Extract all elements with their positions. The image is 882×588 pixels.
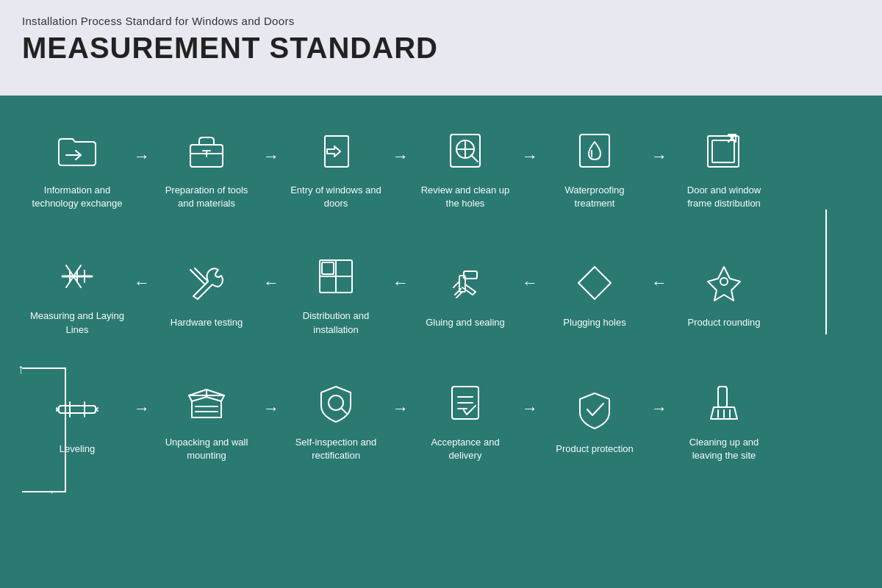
- arrow2: →: [263, 147, 279, 188]
- arrow-r3-5: →: [651, 399, 667, 440]
- step-cleaning: Cleaning up and leaving the site: [669, 377, 779, 462]
- arrow-r3-3: →: [392, 399, 409, 440]
- svg-rect-29: [322, 262, 334, 274]
- step-label: Distribution and installation: [288, 309, 384, 336]
- step-unpacking: Unpacking and wall mounting: [151, 377, 262, 462]
- step-label: Product protection: [556, 442, 634, 456]
- step-label: Door and window frame distribution: [676, 184, 772, 210]
- door-window-frame-icon: [698, 125, 750, 176]
- step-measuring: Measuring and Laying Lines: [22, 251, 132, 336]
- product-protection-icon: [569, 384, 620, 435]
- step-label: Entry of windows and doors: [288, 184, 384, 210]
- arrow1: →: [134, 147, 150, 188]
- step-label: Review and clean up the holes: [417, 184, 513, 210]
- step-label: Hardware testing: [171, 316, 243, 329]
- step-plugging: Plugging holes: [539, 257, 650, 329]
- step-gluing: Gluing and sealing: [410, 257, 520, 329]
- connector-arrow-up: ↑: [18, 362, 24, 377]
- svg-rect-14: [712, 140, 734, 162]
- svg-point-37: [720, 278, 728, 285]
- step-label: Measuring and Laying Lines: [29, 309, 125, 336]
- step-label: Waterproofing treatment: [547, 184, 642, 210]
- step-label: Gluing and sealing: [426, 316, 505, 329]
- svg-marker-36: [708, 267, 740, 301]
- step-review-holes: Review and clean up the holes: [410, 125, 520, 210]
- arrow-r3-1: →: [134, 399, 150, 440]
- step-label: Plugging holes: [563, 316, 625, 329]
- step-waterproofing: Waterproofing treatment: [539, 125, 650, 210]
- svg-rect-5: [325, 136, 348, 167]
- plugging-icon: [569, 257, 620, 309]
- measuring-icon: [51, 251, 103, 302]
- step-acceptance: Acceptance and delivery: [410, 377, 520, 462]
- connector-right-v: [825, 209, 827, 334]
- step-label: Acceptance and delivery: [417, 436, 513, 462]
- step-product-rounding: Product rounding: [669, 257, 779, 329]
- arrow-left4: ←: [522, 273, 538, 315]
- step-label: Information and technology exchange: [29, 184, 125, 210]
- arrow-left5: ←: [651, 273, 667, 315]
- svg-rect-11: [580, 135, 609, 167]
- svg-marker-35: [578, 267, 611, 299]
- svg-rect-51: [718, 387, 727, 407]
- product-rounding-icon: [698, 257, 750, 309]
- step-self-inspection: Self-inspection and rectification: [281, 377, 391, 462]
- svg-line-24: [195, 268, 208, 282]
- connector-left-h-top: [22, 368, 66, 369]
- row1: Information and technology exchange → Pr…: [22, 125, 860, 210]
- header-subtitle: Installation Process Standard for Window…: [22, 15, 860, 27]
- svg-line-32: [453, 282, 459, 287]
- step-label: Preparation of tools and materials: [159, 184, 254, 210]
- step-leveling: Leveling: [22, 384, 132, 456]
- arrow-r3-4: →: [522, 399, 538, 440]
- connector-arrow-right3: →: [43, 484, 56, 500]
- arrow5: →: [651, 147, 667, 188]
- step-label: Self-inspection and rectification: [288, 436, 384, 462]
- arrow-r3-2: →: [263, 399, 279, 440]
- step-product-protection: Product protection: [539, 384, 650, 456]
- hardware-icon: [181, 257, 232, 309]
- arrow-left1: ←: [134, 273, 150, 315]
- header: Installation Process Standard for Window…: [0, 0, 882, 96]
- entry-windows-icon: [310, 125, 362, 176]
- arrow3: →: [392, 147, 409, 188]
- step-distribution: Distribution and installation: [281, 251, 391, 336]
- gluing-icon: [440, 257, 491, 309]
- main-content: Information and technology exchange → Pr…: [0, 96, 882, 588]
- header-title: MEASUREMENT STANDARD: [22, 32, 860, 65]
- waterproofing-icon: [569, 125, 620, 176]
- arrow-left2: ←: [263, 273, 279, 315]
- step-hardware: Hardware testing: [151, 257, 262, 329]
- arrow4: →: [522, 147, 538, 188]
- arrow-left3: ←: [392, 273, 409, 315]
- distribution-icon: [310, 251, 362, 302]
- svg-line-25: [190, 270, 196, 276]
- cleaning-icon: [698, 377, 750, 429]
- leveling-icon: [51, 384, 103, 435]
- svg-line-8: [471, 155, 478, 162]
- self-inspection-icon: [310, 377, 362, 429]
- step-label: Unpacking and wall mounting: [159, 436, 254, 462]
- prep-tools-icon: [181, 125, 232, 176]
- review-holes-icon: [440, 125, 491, 176]
- unpacking-icon: [181, 377, 232, 429]
- step-label: Cleaning up and leaving the site: [676, 436, 772, 462]
- step-entry-windows: Entry of windows and doors: [281, 125, 391, 210]
- row2: Measuring and Laying Lines ← Hardware te…: [22, 251, 860, 336]
- svg-line-46: [341, 408, 346, 413]
- connector-left-v: [65, 368, 66, 492]
- step-prep-tools: Preparation of tools and materials: [151, 125, 262, 210]
- step-door-window-frame: Door and window frame distribution: [669, 125, 779, 210]
- row3: Leveling → Unpacking and wall mounting →: [22, 377, 860, 462]
- step-label: Product rounding: [687, 316, 760, 329]
- step-info-tech: Information and technology exchange: [22, 125, 132, 210]
- acceptance-icon: [440, 377, 491, 429]
- info-tech-icon: [51, 125, 103, 176]
